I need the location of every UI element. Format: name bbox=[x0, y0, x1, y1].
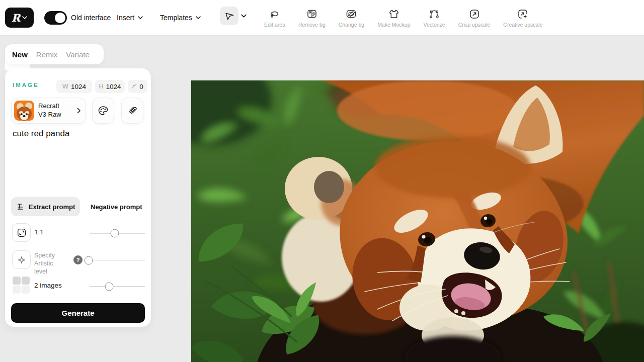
change-bg-button[interactable]: Change bg bbox=[332, 8, 371, 28]
chevron-right-icon bbox=[77, 108, 81, 114]
model-name-line2: V3 Raw bbox=[38, 111, 61, 119]
palette-icon bbox=[97, 105, 109, 117]
artistic-level-slider[interactable] bbox=[89, 260, 145, 261]
crisp-upscale-icon bbox=[468, 8, 480, 20]
vectorize-icon bbox=[428, 8, 440, 20]
chevron-down-icon bbox=[138, 16, 143, 19]
artistic-help-icon[interactable]: ? bbox=[73, 255, 83, 264]
make-mockup-label: Make Mockup bbox=[377, 22, 410, 28]
height-label: H bbox=[99, 83, 103, 90]
tab-variate[interactable]: Variate bbox=[66, 50, 89, 59]
recraft-logo-icon: R bbox=[12, 13, 20, 23]
corner-radius-value: 0 bbox=[139, 83, 143, 90]
grid-cell bbox=[22, 277, 30, 285]
artistic-label-line2: Artistic bbox=[34, 259, 55, 267]
width-field[interactable]: W 1024 bbox=[56, 80, 92, 93]
model-name-line1: Recraft bbox=[38, 102, 61, 111]
tab-new[interactable]: New bbox=[12, 50, 28, 59]
toolbar: R Old interface Insert Templates Edit ar… bbox=[0, 0, 644, 36]
cursor-icon bbox=[224, 11, 235, 22]
corner-radius-icon bbox=[132, 84, 137, 89]
generate-button[interactable]: Generate bbox=[11, 303, 145, 323]
action-toolbar: Edit area Remove bg Change bg Make Mocku… bbox=[258, 0, 549, 35]
image-count-slider[interactable] bbox=[90, 286, 145, 287]
edit-area-label: Edit area bbox=[264, 22, 285, 28]
change-bg-label: Change bg bbox=[339, 22, 364, 28]
crisp-upscale-label: Crisp upscale bbox=[458, 22, 491, 28]
creative-upscale-label: Creative upscale bbox=[503, 22, 542, 28]
aspect-ratio-value: 1:1 bbox=[34, 228, 44, 236]
extract-prompt-label: Extract prompt bbox=[29, 203, 75, 211]
creative-upscale-icon bbox=[517, 8, 529, 20]
generation-panel: IMAGE W 1024 H 1024 0 Recra bbox=[5, 68, 151, 327]
negative-prompt-label: Negative prompt bbox=[91, 203, 142, 211]
negative-prompt-button[interactable]: Negative prompt bbox=[91, 197, 142, 216]
chevron-down-icon bbox=[196, 16, 201, 19]
paperclip-icon bbox=[126, 105, 138, 117]
prompt-input[interactable]: cute red panda bbox=[13, 129, 143, 194]
height-value: 1024 bbox=[106, 83, 121, 90]
old-interface-label: Old interface bbox=[71, 0, 111, 35]
image-count-label: 2 images bbox=[34, 282, 62, 289]
select-tool-chevron[interactable] bbox=[241, 14, 247, 18]
artistic-level-slider-thumb[interactable] bbox=[85, 256, 93, 265]
templates-label: Templates bbox=[160, 14, 192, 22]
templates-menu[interactable]: Templates bbox=[160, 0, 201, 35]
toggle-knob bbox=[55, 13, 65, 23]
aspect-ratio-icon bbox=[16, 227, 27, 238]
aspect-ratio-slider[interactable] bbox=[90, 233, 145, 234]
recraft-logo-button[interactable]: R bbox=[5, 8, 34, 28]
corner-radius-field[interactable]: 0 bbox=[128, 80, 147, 93]
extract-prompt-icon bbox=[16, 202, 25, 211]
vectorize-label: Vectorize bbox=[423, 22, 445, 28]
chevron-down-icon bbox=[22, 16, 27, 19]
edit-area-button[interactable]: Edit area bbox=[258, 8, 292, 28]
creative-upscale-button[interactable]: Creative upscale bbox=[497, 8, 549, 28]
artistic-level-button[interactable] bbox=[12, 250, 31, 269]
model-name: Recraft V3 Raw bbox=[38, 102, 61, 119]
artistic-label-line3: level bbox=[34, 267, 55, 276]
insert-label: Insert bbox=[117, 14, 134, 22]
tab-remix[interactable]: Remix bbox=[36, 50, 58, 59]
grid-cell bbox=[13, 286, 21, 294]
remove-bg-icon bbox=[306, 8, 318, 20]
vectorize-button[interactable]: Vectorize bbox=[417, 8, 451, 28]
remove-bg-label: Remove bg bbox=[298, 22, 326, 28]
artistic-label-line1: Specify bbox=[34, 251, 55, 259]
style-palette-button[interactable] bbox=[92, 98, 114, 124]
image-count-slider-thumb[interactable] bbox=[105, 283, 113, 291]
extract-prompt-button[interactable]: Extract prompt bbox=[11, 197, 80, 216]
section-label-image: IMAGE bbox=[13, 82, 39, 88]
aspect-ratio-slider-thumb[interactable] bbox=[110, 229, 119, 238]
insert-menu[interactable]: Insert bbox=[117, 0, 143, 35]
model-thumbnail bbox=[14, 101, 34, 121]
aspect-ratio-button[interactable] bbox=[12, 223, 31, 242]
select-tool-button[interactable] bbox=[220, 7, 238, 25]
mode-tabs: New Remix Variate bbox=[5, 44, 104, 64]
model-selector[interactable]: Recraft V3 Raw bbox=[11, 98, 86, 124]
tshirt-icon bbox=[388, 8, 400, 20]
width-value: 1024 bbox=[71, 83, 86, 90]
generated-image-red-panda[interactable] bbox=[191, 80, 644, 362]
grid-cell bbox=[22, 286, 30, 294]
image-count-icon bbox=[13, 277, 30, 294]
grid-cell bbox=[13, 277, 21, 285]
old-interface-toggle[interactable] bbox=[44, 11, 67, 25]
crisp-upscale-button[interactable]: Crisp upscale bbox=[452, 8, 497, 28]
lasso-icon bbox=[269, 8, 281, 20]
artistic-level-label: Specify Artistic level bbox=[34, 251, 55, 276]
attach-image-button[interactable] bbox=[121, 98, 143, 124]
make-mockup-button[interactable]: Make Mockup bbox=[371, 8, 417, 28]
width-label: W bbox=[62, 83, 68, 90]
change-bg-icon bbox=[345, 8, 357, 20]
height-field[interactable]: H 1024 bbox=[95, 80, 125, 93]
four-point-star-icon bbox=[16, 254, 28, 266]
remove-bg-button[interactable]: Remove bg bbox=[292, 8, 332, 28]
